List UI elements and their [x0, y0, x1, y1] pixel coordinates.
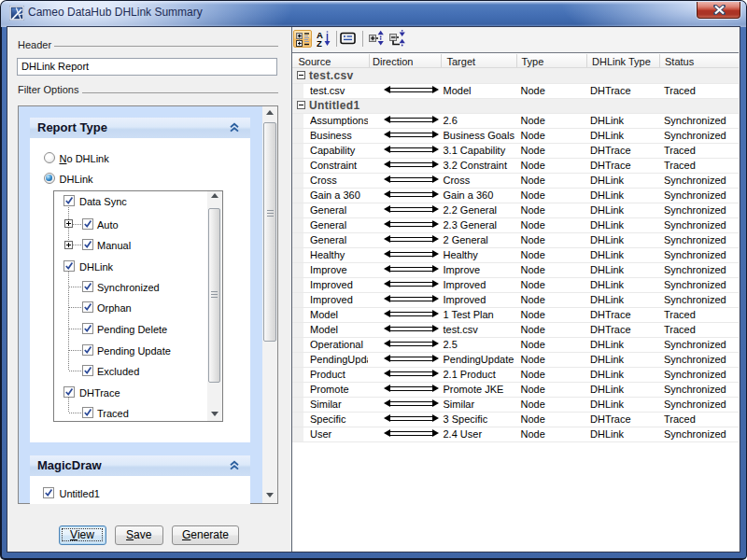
svg-text:Z: Z [317, 38, 322, 49]
